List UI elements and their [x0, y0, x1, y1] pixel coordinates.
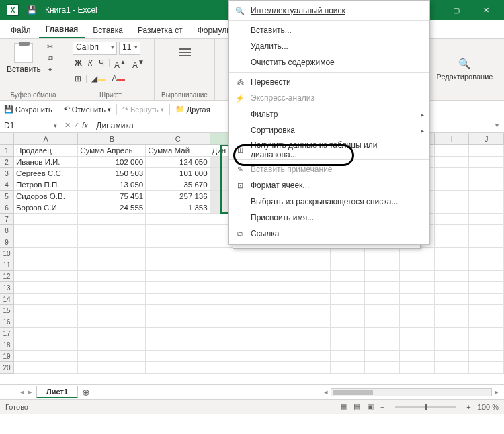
cell-E15[interactable] — [274, 305, 331, 316]
cell-C12[interactable] — [146, 271, 210, 282]
cell-J15[interactable] — [469, 305, 504, 316]
cell-A19[interactable] — [14, 351, 78, 362]
cell-H10[interactable] — [400, 248, 435, 259]
cell-G16[interactable] — [365, 316, 400, 328]
cell-E19[interactable] — [274, 351, 331, 362]
row-head[interactable]: 18 — [0, 339, 14, 351]
row-head[interactable]: 5 — [0, 191, 14, 202]
cell-I14[interactable] — [435, 294, 470, 305]
cell-A16[interactable] — [14, 316, 78, 328]
cell-H20[interactable] — [400, 362, 435, 374]
qa-undo[interactable]: ↶Отменить▾ — [64, 105, 111, 114]
cell-C7[interactable] — [146, 214, 210, 225]
cell-D12[interactable] — [210, 271, 274, 282]
cell-A6[interactable]: Борзов С.И. — [14, 202, 78, 214]
cm-clear[interactable]: Очистить содержимое — [229, 54, 429, 71]
cell-E10[interactable] — [274, 248, 331, 259]
cm-smart-search[interactable]: 🔍Интеллектуальный поиск — [229, 3, 429, 19]
cell-C2[interactable]: 124 050 — [146, 157, 210, 168]
cell-A7[interactable] — [14, 214, 78, 225]
cell-I1[interactable] — [435, 145, 470, 157]
cell-C20[interactable] — [146, 362, 210, 374]
cell-A8[interactable] — [14, 225, 78, 236]
cell-B12[interactable] — [78, 271, 146, 282]
cell-J17[interactable] — [469, 328, 504, 339]
cell-J1[interactable] — [469, 145, 504, 157]
sheet-tab-1[interactable]: Лист1 — [36, 386, 78, 398]
cell-C18[interactable] — [146, 339, 210, 351]
bold-button[interactable]: Ж — [73, 58, 84, 71]
cell-D10[interactable] — [210, 248, 274, 259]
cell-J14[interactable] — [469, 294, 504, 305]
row-head[interactable]: 20 — [0, 362, 14, 374]
cell-J6[interactable] — [469, 202, 504, 214]
cell-A1[interactable]: Продавец — [14, 145, 78, 157]
cell-D17[interactable] — [210, 328, 274, 339]
cm-sort[interactable]: Сортировка▸ — [229, 122, 429, 138]
cell-I10[interactable] — [435, 248, 470, 259]
cell-E18[interactable] — [274, 339, 331, 351]
row-head[interactable]: 2 — [0, 157, 14, 168]
cell-I19[interactable] — [435, 351, 470, 362]
select-all-corner[interactable] — [0, 133, 14, 144]
align-icon[interactable] — [174, 42, 196, 63]
save-icon[interactable]: 💾 — [27, 5, 37, 15]
cell-C6[interactable]: 1 353 — [146, 202, 210, 214]
borders-button[interactable]: ⊞ — [73, 73, 83, 84]
cell-H13[interactable] — [400, 282, 435, 294]
cell-J7[interactable] — [469, 214, 504, 225]
cell-G20[interactable] — [365, 362, 400, 374]
cell-A18[interactable] — [14, 339, 78, 351]
cell-H14[interactable] — [400, 294, 435, 305]
zoom-value[interactable]: 100 % — [478, 403, 499, 411]
zoom-out-icon[interactable]: − — [380, 403, 384, 411]
cell-B17[interactable] — [78, 328, 146, 339]
scroll-left-icon[interactable]: ◂ — [324, 388, 328, 396]
cell-I12[interactable] — [435, 271, 470, 282]
cell-A9[interactable] — [14, 236, 78, 248]
cm-delete[interactable]: Удалить... — [229, 38, 429, 54]
accept-formula-icon[interactable]: ✓ — [73, 121, 79, 130]
cell-D18[interactable] — [210, 339, 274, 351]
copy-icon[interactable]: ⧉ — [45, 53, 56, 62]
row-head[interactable]: 10 — [0, 248, 14, 259]
tab-file[interactable]: Файл — [4, 22, 38, 38]
tab-home[interactable]: Главная — [39, 21, 85, 38]
italic-button[interactable]: К — [86, 58, 95, 71]
cm-pick-list[interactable]: Выбрать из раскрывающегося списка... — [229, 193, 429, 210]
cell-F20[interactable] — [331, 362, 366, 374]
cell-C15[interactable] — [146, 305, 210, 316]
tab-layout[interactable]: Разметка ст — [131, 22, 190, 38]
cell-G12[interactable] — [365, 271, 400, 282]
row-head[interactable]: 8 — [0, 225, 14, 236]
col-head-i[interactable]: I — [435, 133, 470, 144]
cell-J18[interactable] — [469, 339, 504, 351]
cell-I20[interactable] — [435, 362, 470, 374]
search-icon[interactable]: 🔍 — [458, 58, 471, 70]
cut-icon[interactable]: ✂ — [45, 42, 56, 51]
cell-A11[interactable] — [14, 259, 78, 271]
cell-J12[interactable] — [469, 271, 504, 282]
cell-J3[interactable] — [469, 168, 504, 179]
cell-B4[interactable]: 13 050 — [78, 179, 146, 191]
cell-C8[interactable] — [146, 225, 210, 236]
row-head[interactable]: 12 — [0, 271, 14, 282]
cell-B7[interactable] — [78, 214, 146, 225]
cell-F11[interactable] — [331, 259, 366, 271]
cell-E11[interactable] — [274, 259, 331, 271]
cell-G19[interactable] — [365, 351, 400, 362]
cell-C11[interactable] — [146, 259, 210, 271]
cell-J9[interactable] — [469, 236, 504, 248]
qa-redo[interactable]: ↷Вернуть▾ — [122, 105, 164, 114]
cell-G11[interactable] — [365, 259, 400, 271]
cell-H19[interactable] — [400, 351, 435, 362]
col-head-c[interactable]: C — [146, 133, 210, 144]
cell-B19[interactable] — [78, 351, 146, 362]
col-head-a[interactable]: A — [14, 133, 78, 144]
view-page-layout-icon[interactable]: ▤ — [353, 402, 360, 411]
cell-F17[interactable] — [331, 328, 366, 339]
format-painter-icon[interactable]: ✦ — [45, 64, 56, 74]
cell-A20[interactable] — [14, 362, 78, 374]
sheet-nav-next-icon[interactable]: ▸ — [28, 388, 32, 396]
cm-filter[interactable]: Фильтр▸ — [229, 106, 429, 122]
